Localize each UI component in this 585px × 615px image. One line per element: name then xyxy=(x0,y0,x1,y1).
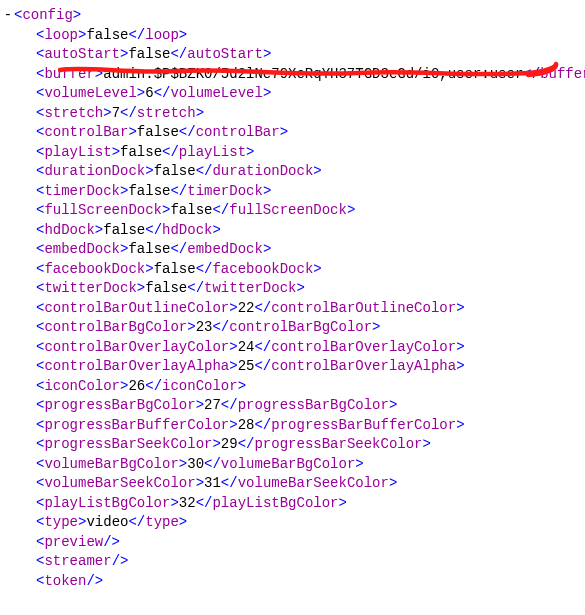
angle-open-slash: </ xyxy=(212,202,229,218)
angle-close: > xyxy=(238,378,246,394)
tag-close: volumeBarSeekColor xyxy=(238,475,389,491)
angle-open-slash: </ xyxy=(204,456,221,472)
angle-open-slash: </ xyxy=(254,358,271,374)
tag-value: false xyxy=(145,280,187,296)
tag-close: controlBarOutlineColor xyxy=(271,300,456,316)
angle-open-slash: </ xyxy=(120,105,137,121)
tag-value: false xyxy=(103,222,145,238)
root-tag: config xyxy=(22,7,72,23)
tag-close: hdDock xyxy=(162,222,212,238)
tag-value: false xyxy=(128,241,170,257)
tag-value: false xyxy=(86,27,128,43)
angle-close: > xyxy=(456,300,464,316)
angle-close: > xyxy=(263,46,271,62)
tag-close: progressBarSeekColor xyxy=(254,436,422,452)
tag-close: playListBgColor xyxy=(212,495,338,511)
tag-value: false xyxy=(170,202,212,218)
angle-close: > xyxy=(263,183,271,199)
tag-close: controlBarOverlayAlpha xyxy=(271,358,456,374)
angle-close: > xyxy=(179,514,187,530)
xml-element-loop: <loop>false</loop> xyxy=(2,26,585,46)
angle-close: > xyxy=(313,261,321,277)
tag-open: buffer xyxy=(44,66,94,82)
angle-open-slash: </ xyxy=(145,222,162,238)
tag-open: controlBarOverlayColor xyxy=(44,339,229,355)
angle-close: > xyxy=(263,85,271,101)
self-close: /> xyxy=(103,534,120,550)
angle-open-slash: </ xyxy=(162,144,179,160)
angle-close: > xyxy=(103,105,111,121)
tag-open: progressBarBgColor xyxy=(44,397,195,413)
tag-close: autoStart xyxy=(187,46,263,62)
angle-close: > xyxy=(313,163,321,179)
xml-element-timerDock: <timerDock>false</timerDock> xyxy=(2,182,585,202)
xml-element-facebookDock: <facebookDock>false</facebookDock> xyxy=(2,260,585,280)
tag-close: type xyxy=(145,514,179,530)
tag-value: false xyxy=(154,261,196,277)
tag-open: facebookDock xyxy=(44,261,145,277)
xml-element-embedDock: <embedDock>false</embedDock> xyxy=(2,240,585,260)
xml-element-buffer: <buffer>admin:$P$BZK0/5d2lNe79XeRqYH37TG… xyxy=(2,65,585,85)
root-open-line: -<config> xyxy=(2,6,585,26)
tag-open: volumeLevel xyxy=(44,85,136,101)
xml-element-progressBarBufferColor: <progressBarBufferColor>28</progressBarB… xyxy=(2,416,585,436)
tag-open: durationDock xyxy=(44,163,145,179)
angle-close: > xyxy=(372,319,380,335)
tag-value: 26 xyxy=(128,378,145,394)
collapse-toggle[interactable]: - xyxy=(2,6,14,26)
xml-element-progressBarBgColor: <progressBarBgColor>27</progressBarBgCol… xyxy=(2,396,585,416)
tag-value: false xyxy=(120,144,162,160)
angle-close: > xyxy=(389,475,397,491)
tag-close: embedDock xyxy=(187,241,263,257)
xml-element-volumeLevel: <volumeLevel>6</volumeLevel> xyxy=(2,84,585,104)
tag-value: 32 xyxy=(179,495,196,511)
tag-value: 27 xyxy=(204,397,221,413)
tag-open: controlBarOverlayAlpha xyxy=(44,358,229,374)
tag-open: fullScreenDock xyxy=(44,202,162,218)
xml-element-controlBarOverlayColor: <controlBarOverlayColor>24</controlBarOv… xyxy=(2,338,585,358)
angle-close: > xyxy=(296,280,304,296)
angle-close: > xyxy=(95,222,103,238)
tag-close: facebookDock xyxy=(212,261,313,277)
tag-close: progressBarBgColor xyxy=(238,397,389,413)
xml-element-controlBarBgColor: <controlBarBgColor>23</controlBarBgColor… xyxy=(2,318,585,338)
self-closing-elements: <preview/><streamer/><token/> xyxy=(2,533,585,592)
xml-selfclosing-streamer: <streamer/> xyxy=(2,552,585,572)
angle-close: > xyxy=(212,436,220,452)
tag-close: controlBarOverlayColor xyxy=(271,339,456,355)
tag-close: playList xyxy=(179,144,246,160)
angle-close: > xyxy=(456,339,464,355)
tag-open: progressBarBufferColor xyxy=(44,417,229,433)
xml-element-iconColor: <iconColor>26</iconColor> xyxy=(2,377,585,397)
tag-name: token xyxy=(44,573,86,589)
xml-element-durationDock: <durationDock>false</durationDock> xyxy=(2,162,585,182)
angle-open-slash: </ xyxy=(128,514,145,530)
tag-value: 7 xyxy=(112,105,120,121)
xml-element-hdDock: <hdDock>false</hdDock> xyxy=(2,221,585,241)
angle-close: > xyxy=(145,163,153,179)
tag-open: controlBarBgColor xyxy=(44,319,187,335)
angle-close: > xyxy=(456,358,464,374)
angle-close: > xyxy=(229,417,237,433)
tag-open: playList xyxy=(44,144,111,160)
self-close: /> xyxy=(86,573,103,589)
tag-open: playListBgColor xyxy=(44,495,170,511)
xml-element-twitterDock: <twitterDock>false</twitterDock> xyxy=(2,279,585,299)
angle-close: > xyxy=(170,495,178,511)
angle-open-slash: </ xyxy=(254,300,271,316)
xml-element-progressBarSeekColor: <progressBarSeekColor>29</progressBarSee… xyxy=(2,435,585,455)
tag-open: volumeBarSeekColor xyxy=(44,475,195,491)
tag-value: false xyxy=(128,46,170,62)
angle-open-slash: </ xyxy=(170,241,187,257)
tag-close: stretch xyxy=(137,105,196,121)
xml-element-volumeBarSeekColor: <volumeBarSeekColor>31</volumeBarSeekCol… xyxy=(2,474,585,494)
tag-value: video xyxy=(86,514,128,530)
angle-close: > xyxy=(389,397,397,413)
tag-value: 28 xyxy=(238,417,255,433)
tag-close: buffer xyxy=(540,66,585,82)
xml-element-fullScreenDock: <fullScreenDock>false</fullScreenDock> xyxy=(2,201,585,221)
angle-open-slash: </ xyxy=(254,339,271,355)
tag-close: timerDock xyxy=(187,183,263,199)
angle-close: > xyxy=(196,475,204,491)
tag-open: autoStart xyxy=(44,46,120,62)
